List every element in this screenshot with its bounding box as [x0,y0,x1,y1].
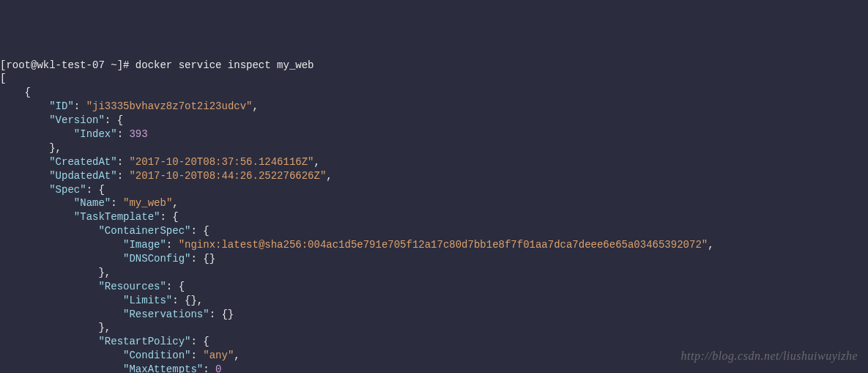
json-key-maxattempts: "MaxAttempts" [123,363,203,373]
json-value-image: "nginx:latest@sha256:004ac1d5e791e705f12… [179,239,708,251]
json-key-dnsconfig: "DNSConfig" [123,253,190,265]
command-text: docker service inspect my_web [136,59,314,71]
json-key-condition: "Condition" [123,350,190,361]
json-value-index: 393 [129,128,147,140]
json-key-resources: "Resources" [98,281,166,292]
json-value-updatedat: "2017-10-20T08:44:26.252276626Z" [129,170,326,182]
json-key-restartpolicy: "RestartPolicy" [98,336,190,347]
json-key-name: "Name" [74,197,111,209]
json-key-index: "Index" [74,128,117,140]
json-key-tasktemplate: "TaskTemplate" [74,211,160,223]
shell-prompt: [root@wkl-test-07 ~]# [0,59,136,71]
terminal-output: [root@wkl-test-07 ~]# docker service ins… [0,59,868,373]
json-value-id: "ji3335bvhavz8z7ot2i23udcv" [86,100,253,112]
json-value-condition: "any" [203,350,234,361]
json-key-createdat: "CreatedAt" [49,156,116,168]
json-key-containerspec: "ContainerSpec" [98,225,190,237]
json-key-image: "Image" [123,239,166,251]
json-key-id: "ID" [49,100,74,112]
json-value-createdat: "2017-10-20T08:37:56.1246116Z" [129,156,314,168]
json-key-version: "Version" [49,114,105,126]
json-key-reservations: "Reservations" [123,309,209,320]
json-open-bracket: [ [0,73,6,84]
json-value-name: "my_web" [123,197,172,209]
json-key-spec: "Spec" [49,184,86,196]
watermark-text: http://blog.csdn.net/liushuiwuyizhe [681,348,858,364]
json-key-updatedat: "UpdatedAt" [49,170,116,182]
json-object-open: { [25,86,31,98]
json-key-limits: "Limits" [123,295,172,306]
json-value-maxattempts: 0 [215,363,221,373]
